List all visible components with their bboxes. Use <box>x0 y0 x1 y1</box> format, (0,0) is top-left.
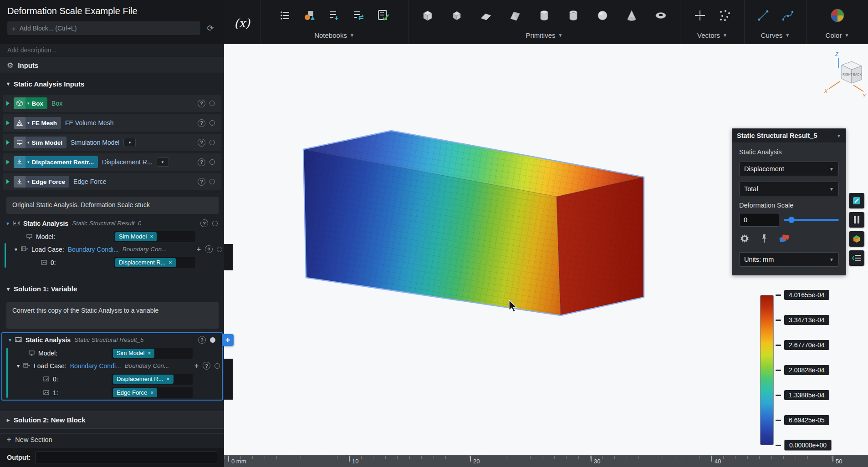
model-tag-field[interactable]: Sim Model× <box>112 348 193 359</box>
load-case-item-row[interactable]: 1: Edge Force× <box>2 386 222 400</box>
load-case-row[interactable]: ▾ Load Case: Boundary Condi... Boundary … <box>2 360 222 372</box>
displacement-restraint-tag[interactable]: Displacement R...× <box>115 258 176 267</box>
add-item-icon[interactable]: + <box>197 245 201 254</box>
visibility-toggle-icon[interactable] <box>214 363 220 369</box>
primitive-box-rounded-icon[interactable] <box>448 6 466 25</box>
display-mode-cube-icon[interactable] <box>849 231 864 247</box>
visibility-toggle-icon[interactable] <box>212 221 218 226</box>
help-icon[interactable]: ? <box>198 139 205 147</box>
remove-icon[interactable]: × <box>169 259 172 266</box>
help-icon[interactable]: ? <box>198 100 205 107</box>
collapsed-triangle-icon[interactable] <box>6 160 10 164</box>
remove-icon[interactable]: × <box>150 234 153 240</box>
visibility-toggle-icon[interactable] <box>209 101 215 106</box>
collapsed-triangle-icon[interactable] <box>6 140 10 145</box>
split-view-icon[interactable] <box>849 212 864 228</box>
help-icon[interactable]: ? <box>205 245 213 253</box>
visibility-toggle-icon[interactable] <box>209 120 215 126</box>
item-tag-field[interactable]: Displacement R...× <box>114 257 195 268</box>
checklist-check-icon[interactable] <box>374 6 393 25</box>
shapes-icon[interactable] <box>301 6 319 25</box>
chevron-down-icon[interactable]: ▾ <box>9 337 11 343</box>
variable-dropdown[interactable]: ▾ <box>157 157 169 167</box>
static-analysis-inputs-header[interactable]: ▾ Static Analysis Inputs <box>0 75 224 92</box>
solution-2-header[interactable]: ▸ Solution 2: New Block <box>0 411 224 429</box>
model-tag-field[interactable]: Sim Model× <box>114 231 195 242</box>
boundary-condition-link[interactable]: Boundary Condi... <box>68 246 119 253</box>
remove-icon[interactable]: × <box>167 376 170 382</box>
block-row-fe-mesh[interactable]: ▾ FE Mesh FE Volume Mesh ? <box>3 114 221 132</box>
chevron-down-icon[interactable]: ▾ <box>15 246 17 253</box>
help-icon[interactable]: ? <box>200 219 208 227</box>
units-select[interactable]: Units: mm ▼ <box>739 252 839 267</box>
sim-model-chip[interactable]: ▾ Sim Model <box>14 137 66 148</box>
remove-icon[interactable]: × <box>148 350 151 356</box>
color-menu[interactable]: Color▼ <box>826 29 849 41</box>
vectors-menu[interactable]: Vectors▼ <box>697 29 727 41</box>
displacement-restraint-chip[interactable]: ▾ Displacement Restr... <box>14 156 98 168</box>
add-item-icon[interactable]: + <box>194 362 199 370</box>
load-case-item-row[interactable]: 0: Displacement R...× <box>0 256 224 269</box>
view-cube-face-right[interactable]: RIGHT <box>842 73 853 76</box>
primitive-cylinder-icon[interactable] <box>535 6 553 25</box>
ntop-logo[interactable]: (x) <box>233 14 251 32</box>
item-tag-field[interactable]: Edge Force× <box>112 387 193 398</box>
help-icon[interactable]: ? <box>198 336 206 344</box>
visibility-toggle-icon[interactable] <box>209 179 215 184</box>
fe-mesh-chip[interactable]: ▾ FE Mesh <box>14 117 61 129</box>
note-convert-variable[interactable]: Convert this copy of the Static Analysis… <box>6 302 219 329</box>
collapsed-triangle-icon[interactable] <box>6 101 10 106</box>
properties-panel-header[interactable]: Static Structural Result_5 ▼ <box>732 129 846 142</box>
sim-model-tag[interactable]: Sim Model× <box>113 349 154 358</box>
primitive-sphere-icon[interactable] <box>593 6 612 25</box>
chevron-down-icon[interactable]: ▾ <box>6 220 9 227</box>
new-section-button[interactable]: + New Section <box>0 433 224 446</box>
color-sphere-icon[interactable] <box>828 6 847 25</box>
visibility-toggle-icon[interactable] <box>217 247 222 252</box>
block-row-sim-model[interactable]: ▾ Sim Model Simulation Model ▾ ? <box>3 134 221 151</box>
variable-dropdown[interactable]: ▾ <box>123 138 136 147</box>
remove-icon[interactable]: × <box>150 390 153 396</box>
help-icon[interactable]: ? <box>198 178 205 186</box>
chevron-down-icon[interactable]: ▾ <box>17 363 20 369</box>
visibility-toggle-icon[interactable] <box>209 159 215 165</box>
load-case-item-row[interactable]: 0: Displacement R...× <box>2 372 222 386</box>
inputs-section-header[interactable]: ⚙ Inputs <box>0 57 224 73</box>
collapsed-triangle-icon[interactable] <box>6 121 10 125</box>
view-list-icon[interactable] <box>849 250 864 266</box>
sketch-icon[interactable] <box>849 193 864 208</box>
help-icon[interactable]: ? <box>198 119 205 127</box>
primitive-box-icon[interactable] <box>419 6 437 25</box>
primitive-torus-icon[interactable] <box>652 6 670 25</box>
block-row-box[interactable]: ▾ Box Box ? <box>3 95 221 112</box>
primitive-plane-icon[interactable] <box>477 6 495 25</box>
primitive-cone-icon[interactable] <box>623 6 641 25</box>
output-input[interactable] <box>35 452 217 463</box>
view-cube[interactable]: Z RIGHT BACK X Y <box>822 50 867 100</box>
refresh-icon[interactable]: ⟳ <box>204 22 217 35</box>
notebooks-menu[interactable]: Notebooks▼ <box>314 29 354 41</box>
model-input-row[interactable]: Model: Sim Model× <box>2 347 222 360</box>
block-row-displacement-restraint[interactable]: ▾ Displacement Restr... Displacement R..… <box>3 153 221 171</box>
pin-icon[interactable] <box>760 234 768 245</box>
collapsed-triangle-icon[interactable] <box>6 179 10 184</box>
slider-knob[interactable] <box>788 217 795 223</box>
settings-gear-icon[interactable] <box>740 234 749 245</box>
item-tag-field[interactable]: Displacement R...× <box>112 374 193 385</box>
box-chip[interactable]: ▾ Box <box>14 97 47 109</box>
visibility-toggle-icon[interactable] <box>210 337 215 343</box>
curves-menu[interactable]: Curves▼ <box>761 29 790 41</box>
list-sync-icon[interactable] <box>350 6 368 25</box>
block-row-edge-force[interactable]: ▾ Edge Force Edge Force ? <box>3 173 221 190</box>
solution-1-header[interactable]: ▾ Solution 1: Variable <box>0 280 224 298</box>
visibility-toggle-icon[interactable] <box>209 140 215 145</box>
note-original-analysis[interactable]: Original Static Analysis. Deformation Sc… <box>6 197 219 214</box>
load-case-row[interactable]: ▾ Load Case: Boundary Condi... Boundary … <box>0 243 224 256</box>
list-add-icon[interactable] <box>325 6 343 25</box>
vector-point-icon[interactable] <box>691 6 709 25</box>
component-select[interactable]: Total ▼ <box>739 182 839 196</box>
static-analysis-row[interactable]: ▾ Static Analysis Static Structural Resu… <box>2 333 222 347</box>
boundary-condition-link[interactable]: Boundary Condi... <box>70 362 121 370</box>
primitive-tube-icon[interactable] <box>564 6 582 25</box>
sim-model-tag[interactable]: Sim Model× <box>115 232 157 241</box>
